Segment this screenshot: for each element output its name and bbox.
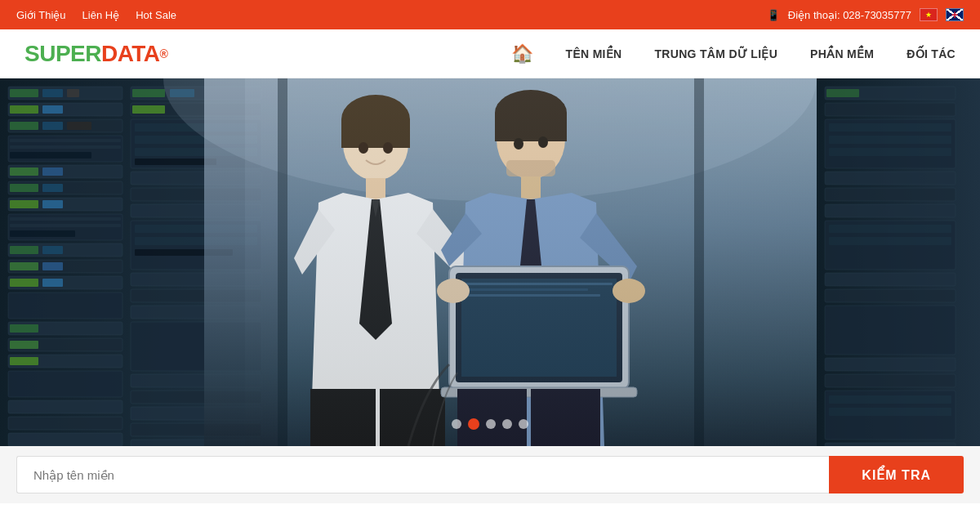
logo-super: SUPER xyxy=(24,41,101,67)
svg-rect-16 xyxy=(10,145,121,149)
nav-datacenter[interactable]: TRUNG TÂM DỮ LIỆU xyxy=(655,47,778,60)
main-nav: 🏠 TÊN MIỀN TRUNG TÂM DỮ LIỆU PHẦN MỀM ĐỐ… xyxy=(511,43,956,65)
svg-rect-32 xyxy=(10,246,38,254)
svg-rect-85 xyxy=(825,188,956,201)
phone-icon: 📱 xyxy=(767,9,780,21)
svg-rect-19 xyxy=(10,167,38,176)
hero-image xyxy=(0,78,980,446)
svg-rect-40 xyxy=(8,292,122,319)
svg-rect-23 xyxy=(42,184,63,192)
nav-software[interactable]: PHẦN MỀM xyxy=(810,47,874,60)
svg-rect-20 xyxy=(42,167,63,176)
svg-rect-94 xyxy=(825,374,956,387)
svg-rect-5 xyxy=(42,89,63,97)
svg-rect-36 xyxy=(42,262,63,270)
svg-rect-96 xyxy=(829,395,951,404)
svg-rect-55 xyxy=(132,105,165,114)
topbar-nav-about[interactable]: Giới Thiệu xyxy=(16,9,66,21)
search-button[interactable]: KIỂM TRA xyxy=(829,456,964,493)
svg-rect-50 xyxy=(8,433,122,446)
search-bar: KIỂM TRA xyxy=(0,446,980,503)
svg-rect-130 xyxy=(245,78,817,446)
topbar-nav-contact[interactable]: Liên Hệ xyxy=(82,9,120,21)
svg-rect-6 xyxy=(67,89,79,97)
topbar: Giới Thiệu Liên Hệ Hot Sale 📱 Điện thoại… xyxy=(0,0,980,29)
svg-rect-79 xyxy=(825,103,956,116)
svg-rect-83 xyxy=(829,148,951,156)
svg-rect-17 xyxy=(10,152,91,159)
svg-rect-92 xyxy=(825,306,956,355)
logo[interactable]: SUPERDATA® xyxy=(24,41,167,67)
svg-rect-33 xyxy=(42,246,63,254)
nav-domain[interactable]: TÊN MIỀN xyxy=(566,47,622,60)
svg-rect-42 xyxy=(10,324,38,333)
svg-rect-12 xyxy=(42,122,63,130)
svg-rect-9 xyxy=(42,105,63,114)
topbar-nav-hotsale[interactable]: Hot Sale xyxy=(136,9,176,21)
svg-rect-86 xyxy=(825,204,956,217)
svg-rect-11 xyxy=(10,122,38,130)
phone-label: Điện thoại: 028-73035777 xyxy=(788,9,911,21)
svg-rect-90 xyxy=(825,273,956,286)
svg-rect-82 xyxy=(829,136,951,144)
flag-vn-icon[interactable] xyxy=(920,8,938,21)
topbar-nav: Giới Thiệu Liên Hệ Hot Sale xyxy=(16,9,176,21)
svg-rect-8 xyxy=(10,105,38,114)
svg-rect-89 xyxy=(829,237,951,245)
svg-rect-47 xyxy=(8,371,122,397)
svg-rect-48 xyxy=(8,400,122,413)
search-input[interactable] xyxy=(16,456,829,493)
nav-home[interactable]: 🏠 xyxy=(511,43,533,65)
svg-rect-22 xyxy=(10,184,38,192)
svg-rect-81 xyxy=(829,123,951,132)
carousel-dot-4[interactable] xyxy=(519,419,528,429)
svg-rect-29 xyxy=(10,224,121,227)
svg-rect-30 xyxy=(10,230,75,237)
svg-rect-97 xyxy=(829,408,951,416)
header: SUPERDATA® 🏠 TÊN MIỀN TRUNG TÂM DỮ LIỆU … xyxy=(0,29,980,78)
svg-rect-15 xyxy=(10,139,121,142)
svg-rect-88 xyxy=(829,225,951,233)
svg-rect-52 xyxy=(132,89,165,97)
svg-rect-39 xyxy=(42,279,63,287)
svg-rect-28 xyxy=(10,217,121,221)
svg-rect-98 xyxy=(825,443,956,446)
svg-rect-35 xyxy=(10,262,38,270)
svg-rect-84 xyxy=(825,172,956,185)
svg-rect-49 xyxy=(8,417,122,430)
nav-partner[interactable]: ĐỐI TÁC xyxy=(906,47,956,60)
carousel-dots xyxy=(452,418,528,430)
flag-uk-icon[interactable] xyxy=(946,8,964,21)
svg-rect-78 xyxy=(826,89,859,97)
svg-rect-4 xyxy=(10,89,38,97)
svg-rect-46 xyxy=(10,357,38,365)
topbar-right: 📱 Điện thoại: 028-73035777 xyxy=(767,8,964,21)
carousel-dot-2[interactable] xyxy=(486,419,496,429)
logo-data: DATA xyxy=(101,41,160,67)
hero-banner xyxy=(0,78,980,446)
svg-rect-91 xyxy=(825,289,956,302)
svg-rect-26 xyxy=(42,200,63,208)
logo-reg: ® xyxy=(160,47,168,60)
svg-rect-44 xyxy=(10,341,38,349)
svg-rect-38 xyxy=(10,279,38,287)
carousel-dot-0[interactable] xyxy=(452,419,461,429)
svg-rect-13 xyxy=(67,122,91,130)
carousel-dot-1[interactable] xyxy=(468,418,479,430)
svg-rect-25 xyxy=(10,200,38,208)
carousel-dot-3[interactable] xyxy=(502,419,512,429)
svg-rect-93 xyxy=(825,358,956,371)
